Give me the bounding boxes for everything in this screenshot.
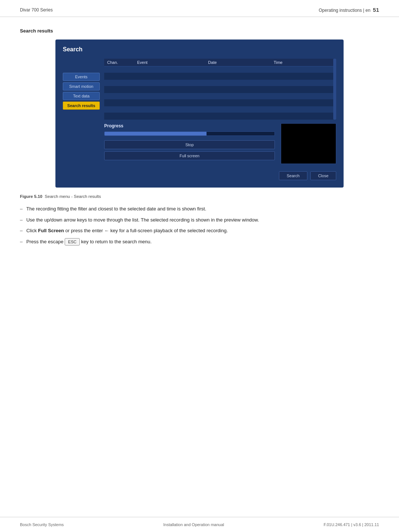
action-buttons: Stop Full screen (104, 140, 275, 160)
table-cell (104, 66, 134, 73)
table-cell (205, 73, 270, 80)
table-cell (205, 106, 270, 113)
search-right-panel: Chan. Event Date Time (104, 59, 336, 180)
col-header-chan: Chan. (104, 59, 134, 66)
footer-doc-ref: F.01U.246.471 | v3.6 | 2011.11 (324, 522, 379, 527)
figure-description: Search menu - Search results (45, 194, 101, 199)
table-cell (134, 100, 205, 106)
table-cell (271, 73, 336, 80)
table-cell (134, 73, 205, 80)
table-header-row: Chan. Event Date Time (104, 59, 336, 66)
search-nav: Events Smart motion Text data Search res… (63, 73, 100, 180)
table-row (104, 113, 336, 120)
table-cell (271, 66, 336, 73)
esc-key-badge: ESC (65, 238, 80, 246)
list-item-3-text: Click Full Screen or press the enter ← k… (26, 227, 228, 234)
body-text-list: The recording fitting the filter and clo… (20, 205, 379, 246)
list-item-1: The recording fitting the filter and clo… (20, 205, 379, 213)
results-table: Chan. Event Date Time (104, 59, 336, 120)
main-content: Search results Search Events Smart motio… (0, 17, 399, 263)
table-cell (104, 106, 134, 113)
list-item-2-text: Use the up/down arrow keys to move throu… (26, 216, 259, 224)
results-wrapper: Chan. Event Date Time (104, 59, 336, 120)
page-header: Divar 700 Series Operating instructions … (0, 0, 399, 17)
table-row (104, 66, 336, 73)
col-header-time: Time (271, 59, 336, 66)
table-cell (134, 86, 205, 93)
full-screen-button[interactable]: Full screen (104, 151, 275, 160)
table-cell (104, 86, 134, 93)
nav-smart-motion[interactable]: Smart motion (63, 82, 100, 90)
table-cell (205, 80, 270, 86)
preview-window (281, 123, 336, 164)
table-cell (205, 113, 270, 120)
table-cell (134, 80, 205, 86)
progress-label: Progress (104, 123, 275, 128)
table-row (104, 86, 336, 93)
table-cell (104, 80, 134, 86)
progress-bar-background (104, 131, 275, 136)
table-cell (104, 100, 134, 106)
section-title: Search results (20, 28, 379, 34)
page-footer: Bosch Security Systems Installation and … (0, 517, 399, 532)
header-doc-info: Operating instructions | en 51 (319, 7, 379, 13)
list-item-2: Use the up/down arrow keys to move throu… (20, 216, 379, 224)
col-header-date: Date (205, 59, 270, 66)
table-row (104, 73, 336, 80)
nav-events[interactable]: Events (63, 73, 100, 81)
search-bottom-section: Progress Stop Full screen (104, 123, 336, 164)
table-cell (134, 93, 205, 100)
list-item-4: Press the escape ESC key to return to th… (20, 238, 379, 246)
figure-num: Figure 5.10 (20, 194, 42, 199)
header-product-name: Divar 700 Series (20, 7, 53, 13)
table-cell (271, 93, 336, 100)
table-row (104, 100, 336, 106)
table-cell (271, 86, 336, 93)
table-row (104, 93, 336, 100)
table-cell (104, 113, 134, 120)
col-header-event: Event (134, 59, 205, 66)
table-cell (205, 66, 270, 73)
table-cell (104, 73, 134, 80)
search-button[interactable]: Search (279, 171, 307, 180)
page-number: 51 (373, 7, 379, 13)
search-panel-title: Search (63, 46, 336, 53)
body-text: The recording fitting the filter and clo… (20, 205, 379, 246)
table-cell (134, 113, 205, 120)
search-panel: Search Events Smart motion Text data Sea… (55, 40, 344, 188)
table-cell (271, 113, 336, 120)
progress-bar-fill (105, 132, 207, 135)
table-cell (271, 80, 336, 86)
table-cell (271, 106, 336, 113)
nav-search-results[interactable]: Search results (63, 102, 100, 110)
table-row (104, 80, 336, 86)
list-item-4-text: Press the escape ESC key to return to th… (26, 238, 151, 246)
footer-company: Bosch Security Systems (20, 522, 64, 527)
search-panel-body: Events Smart motion Text data Search res… (63, 59, 336, 180)
table-cell (134, 66, 205, 73)
table-cell (205, 86, 270, 93)
table-cell (205, 93, 270, 100)
list-item-1-text: The recording fitting the filter and clo… (26, 205, 206, 213)
scrollbar[interactable] (333, 59, 336, 120)
progress-section: Progress Stop Full screen (104, 123, 275, 160)
footer-doc-title: Installation and Operation manual (163, 522, 224, 527)
table-row (104, 106, 336, 113)
close-button[interactable]: Close (310, 171, 336, 180)
figure-caption: Figure 5.10 Search menu - Search results (20, 194, 379, 199)
search-footer: Search Close (104, 171, 336, 180)
table-cell (205, 100, 270, 106)
table-cell (134, 106, 205, 113)
table-cell (271, 100, 336, 106)
list-item-3: Click Full Screen or press the enter ← k… (20, 227, 379, 234)
table-cell (104, 93, 134, 100)
nav-text-data[interactable]: Text data (63, 92, 100, 100)
stop-button[interactable]: Stop (104, 140, 275, 149)
header-doc-text: Operating instructions | en (319, 8, 371, 13)
